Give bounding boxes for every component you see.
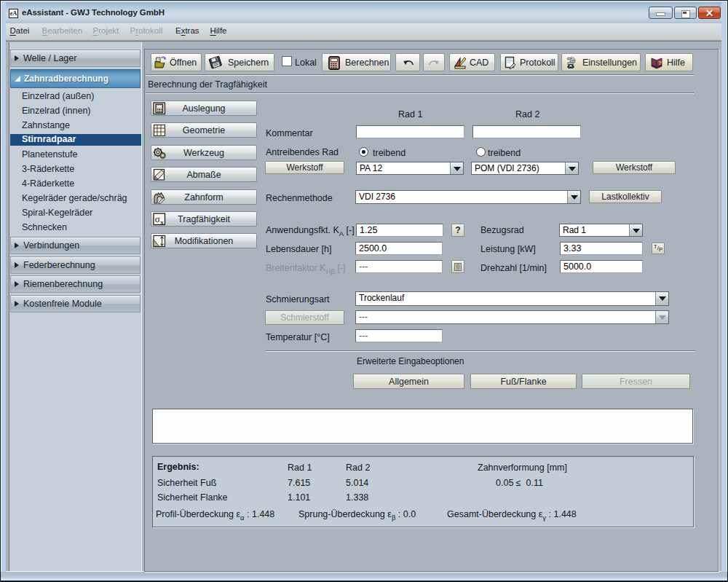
svg-text:x: x xyxy=(160,219,164,226)
svg-text:?: ? xyxy=(658,60,662,66)
svg-text:σ: σ xyxy=(155,213,160,224)
